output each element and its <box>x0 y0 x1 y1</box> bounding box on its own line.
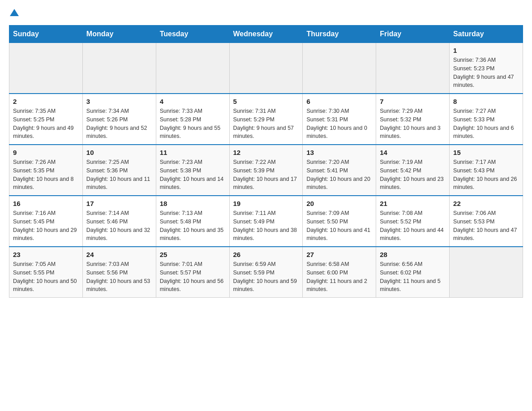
day-number: 18 <box>160 200 226 207</box>
header-cell-wednesday: Wednesday <box>229 26 303 43</box>
day-cell: 4Sunrise: 7:33 AMSunset: 5:28 PMDaylight… <box>156 94 229 145</box>
day-info: Sunrise: 7:22 AMSunset: 5:39 PMDaylight:… <box>233 158 299 192</box>
header-cell-thursday: Thursday <box>303 26 376 43</box>
day-number: 8 <box>453 98 519 105</box>
day-number: 27 <box>306 251 372 258</box>
week-row-5: 23Sunrise: 7:05 AMSunset: 5:55 PMDayligh… <box>9 247 523 298</box>
day-info: Sunrise: 7:01 AMSunset: 5:57 PMDaylight:… <box>160 260 226 294</box>
header-cell-sunday: Sunday <box>9 26 83 43</box>
header-cell-monday: Monday <box>82 26 156 43</box>
header-cell-tuesday: Tuesday <box>156 26 229 43</box>
day-info: Sunrise: 7:11 AMSunset: 5:49 PMDaylight:… <box>233 209 299 243</box>
day-cell <box>376 43 450 94</box>
day-info: Sunrise: 7:30 AMSunset: 5:31 PMDaylight:… <box>306 107 372 141</box>
day-cell: 10Sunrise: 7:25 AMSunset: 5:36 PMDayligh… <box>82 145 156 196</box>
day-cell: 21Sunrise: 7:08 AMSunset: 5:52 PMDayligh… <box>376 196 450 247</box>
day-cell: 20Sunrise: 7:09 AMSunset: 5:50 PMDayligh… <box>303 196 376 247</box>
day-cell: 3Sunrise: 7:34 AMSunset: 5:26 PMDaylight… <box>82 94 156 145</box>
day-number: 12 <box>233 149 299 156</box>
day-cell: 6Sunrise: 7:30 AMSunset: 5:31 PMDaylight… <box>303 94 376 145</box>
header-cell-saturday: Saturday <box>450 26 523 43</box>
day-cell: 28Sunrise: 6:56 AMSunset: 6:02 PMDayligh… <box>376 247 450 298</box>
day-info: Sunrise: 7:31 AMSunset: 5:29 PMDaylight:… <box>233 107 299 141</box>
day-number: 15 <box>453 149 519 156</box>
day-info: Sunrise: 7:06 AMSunset: 5:53 PMDaylight:… <box>453 209 519 243</box>
day-number: 26 <box>233 251 299 258</box>
day-cell: 26Sunrise: 6:59 AMSunset: 5:59 PMDayligh… <box>229 247 303 298</box>
day-info: Sunrise: 7:29 AMSunset: 5:32 PMDaylight:… <box>380 107 446 141</box>
day-number: 10 <box>86 149 152 156</box>
day-number: 16 <box>13 200 79 207</box>
calendar-header: SundayMondayTuesdayWednesdayThursdayFrid… <box>9 26 523 43</box>
day-info: Sunrise: 7:27 AMSunset: 5:33 PMDaylight:… <box>453 107 519 141</box>
day-cell <box>82 43 156 94</box>
day-info: Sunrise: 7:13 AMSunset: 5:48 PMDaylight:… <box>160 209 226 243</box>
day-cell <box>229 43 303 94</box>
day-info: Sunrise: 7:05 AMSunset: 5:55 PMDaylight:… <box>13 260 79 294</box>
day-number: 6 <box>306 98 372 105</box>
day-number: 28 <box>380 251 446 258</box>
day-info: Sunrise: 7:03 AMSunset: 5:56 PMDaylight:… <box>86 260 152 294</box>
day-number: 20 <box>306 200 372 207</box>
logo <box>9 9 19 16</box>
week-row-1: 1Sunrise: 7:36 AMSunset: 5:23 PMDaylight… <box>9 43 523 94</box>
day-cell: 24Sunrise: 7:03 AMSunset: 5:56 PMDayligh… <box>82 247 156 298</box>
day-cell: 27Sunrise: 6:58 AMSunset: 6:00 PMDayligh… <box>303 247 376 298</box>
day-cell: 23Sunrise: 7:05 AMSunset: 5:55 PMDayligh… <box>9 247 83 298</box>
day-number: 22 <box>453 200 519 207</box>
day-info: Sunrise: 7:34 AMSunset: 5:26 PMDaylight:… <box>86 107 152 141</box>
day-cell: 2Sunrise: 7:35 AMSunset: 5:25 PMDaylight… <box>9 94 83 145</box>
day-cell: 19Sunrise: 7:11 AMSunset: 5:49 PMDayligh… <box>229 196 303 247</box>
day-info: Sunrise: 7:09 AMSunset: 5:50 PMDaylight:… <box>306 209 372 243</box>
day-number: 24 <box>86 251 152 258</box>
day-info: Sunrise: 6:58 AMSunset: 6:00 PMDaylight:… <box>306 260 372 294</box>
day-cell: 25Sunrise: 7:01 AMSunset: 5:57 PMDayligh… <box>156 247 229 298</box>
day-cell: 22Sunrise: 7:06 AMSunset: 5:53 PMDayligh… <box>450 196 523 247</box>
day-number: 4 <box>160 98 226 105</box>
page-header <box>9 9 523 16</box>
day-cell: 12Sunrise: 7:22 AMSunset: 5:39 PMDayligh… <box>229 145 303 196</box>
day-number: 17 <box>86 200 152 207</box>
day-info: Sunrise: 7:16 AMSunset: 5:45 PMDaylight:… <box>13 209 79 243</box>
day-info: Sunrise: 7:35 AMSunset: 5:25 PMDaylight:… <box>13 107 79 141</box>
day-number: 1 <box>453 47 519 54</box>
day-info: Sunrise: 7:36 AMSunset: 5:23 PMDaylight:… <box>453 56 519 90</box>
day-info: Sunrise: 7:08 AMSunset: 5:52 PMDaylight:… <box>380 209 446 243</box>
day-number: 2 <box>13 98 79 105</box>
day-number: 25 <box>160 251 226 258</box>
day-cell <box>9 43 83 94</box>
day-cell: 11Sunrise: 7:23 AMSunset: 5:38 PMDayligh… <box>156 145 229 196</box>
day-number: 21 <box>380 200 446 207</box>
day-number: 3 <box>86 98 152 105</box>
week-row-3: 9Sunrise: 7:26 AMSunset: 5:35 PMDaylight… <box>9 145 523 196</box>
day-cell: 7Sunrise: 7:29 AMSunset: 5:32 PMDaylight… <box>376 94 450 145</box>
day-cell <box>303 43 376 94</box>
day-info: Sunrise: 7:19 AMSunset: 5:42 PMDaylight:… <box>380 158 446 192</box>
day-number: 13 <box>306 149 372 156</box>
calendar-body: 1Sunrise: 7:36 AMSunset: 5:23 PMDaylight… <box>9 43 523 298</box>
day-cell <box>156 43 229 94</box>
day-info: Sunrise: 6:56 AMSunset: 6:02 PMDaylight:… <box>380 260 446 294</box>
day-cell: 5Sunrise: 7:31 AMSunset: 5:29 PMDaylight… <box>229 94 303 145</box>
day-cell: 1Sunrise: 7:36 AMSunset: 5:23 PMDaylight… <box>450 43 523 94</box>
day-number: 19 <box>233 200 299 207</box>
day-number: 23 <box>13 251 79 258</box>
day-number: 14 <box>380 149 446 156</box>
logo-triangle-icon <box>10 9 19 16</box>
day-info: Sunrise: 7:33 AMSunset: 5:28 PMDaylight:… <box>160 107 226 141</box>
header-row: SundayMondayTuesdayWednesdayThursdayFrid… <box>9 26 523 43</box>
day-number: 9 <box>13 149 79 156</box>
day-cell: 15Sunrise: 7:17 AMSunset: 5:43 PMDayligh… <box>450 145 523 196</box>
day-number: 11 <box>160 149 226 156</box>
day-info: Sunrise: 7:23 AMSunset: 5:38 PMDaylight:… <box>160 158 226 192</box>
day-cell <box>450 247 523 298</box>
day-cell: 16Sunrise: 7:16 AMSunset: 5:45 PMDayligh… <box>9 196 83 247</box>
day-number: 5 <box>233 98 299 105</box>
day-info: Sunrise: 7:20 AMSunset: 5:41 PMDaylight:… <box>306 158 372 192</box>
day-number: 7 <box>380 98 446 105</box>
week-row-2: 2Sunrise: 7:35 AMSunset: 5:25 PMDaylight… <box>9 94 523 145</box>
day-cell: 8Sunrise: 7:27 AMSunset: 5:33 PMDaylight… <box>450 94 523 145</box>
day-info: Sunrise: 7:26 AMSunset: 5:35 PMDaylight:… <box>13 158 79 192</box>
day-info: Sunrise: 7:14 AMSunset: 5:46 PMDaylight:… <box>86 209 152 243</box>
day-info: Sunrise: 7:17 AMSunset: 5:43 PMDaylight:… <box>453 158 519 192</box>
